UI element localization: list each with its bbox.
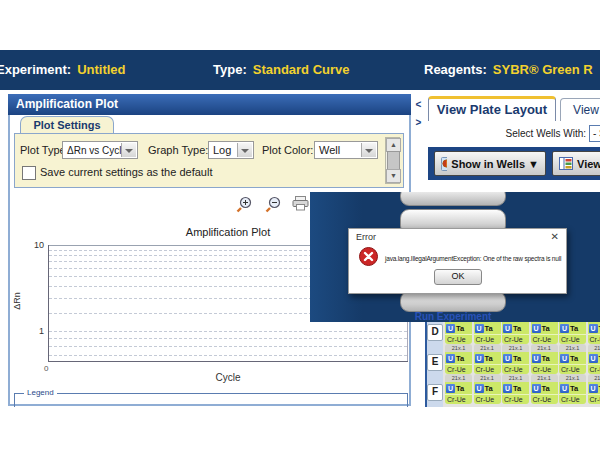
unknown-task-icon: U (503, 384, 512, 393)
unknown-task-icon: U (446, 324, 455, 333)
legend-groupbox (14, 393, 408, 407)
unknown-task-icon: U (560, 384, 569, 393)
zoom-out-icon[interactable] (265, 196, 282, 217)
y-tick-10: 10 (26, 240, 44, 250)
instrument-button[interactable] (400, 291, 506, 312)
well-target-2: Cr-Ue (474, 334, 501, 344)
experiment-info: Experiment:Untitled (0, 62, 126, 77)
tab-view-plate-layout[interactable]: View Plate Layout (428, 96, 556, 121)
well-target-1: Ta (513, 384, 521, 393)
well-target-2: Cr-Ue (588, 394, 600, 404)
y-tick-1: 1 (26, 326, 44, 336)
close-icon[interactable]: ✕ (551, 231, 559, 242)
well-target-1: Ta (485, 384, 493, 393)
plate-toolbar: Show in Wells ▼ View L (428, 147, 600, 180)
plate-well[interactable]: 21x.1UTaCr-Ue (474, 374, 501, 404)
type-info: Type:Standard Curve (213, 62, 350, 77)
well-target-2: Cr-Ue (531, 394, 558, 404)
plate-well[interactable]: 21x.1UTaCr-Ue (559, 344, 586, 374)
well-sample-name: 21x.1 (559, 344, 586, 352)
plate-well[interactable]: 21x.1UTaCr-Ue (474, 344, 501, 374)
type-value: Standard Curve (253, 62, 350, 77)
plate-well[interactable]: 21x.1UTaCr-Ue (559, 374, 586, 404)
well-target-2: Cr-Ue (531, 364, 558, 374)
well-target-1: Ta (485, 354, 493, 363)
error-dialog: Error ✕ java.lang.IllegalArgumentExcepti… (348, 228, 567, 294)
graph-type-dropdown[interactable]: Log (208, 141, 254, 159)
collapse-left-arrow[interactable]: < (413, 98, 424, 112)
reagents-info: Reagents:SYBR® Green R (424, 62, 593, 77)
screenshot-root: Experiment:Untitled Type:Standard Curve … (0, 0, 600, 450)
amplification-panel-title: Amplification Plot (8, 94, 411, 115)
unknown-task-icon: U (589, 384, 598, 393)
scroll-down-icon[interactable]: ▼ (386, 169, 401, 183)
scrollbar-thumb[interactable] (387, 151, 400, 170)
well-target-1: Ta (542, 354, 550, 363)
chevron-down-icon (361, 143, 376, 157)
select-wells-label: Select Wells With: (470, 128, 586, 139)
select-wells-dropdown[interactable]: - S (589, 125, 600, 142)
plot-type-dropdown[interactable]: ΔRn vs Cycle (62, 141, 138, 159)
plot-color-dropdown[interactable]: Well (314, 141, 378, 159)
experiment-label: Experiment: (0, 62, 71, 77)
well-sample-name: 21x.1 (502, 344, 529, 352)
error-dialog-title: Error (356, 232, 376, 242)
error-message: java.lang.IllegalArgumentException: One … (385, 255, 561, 262)
tab-view-next[interactable]: View (560, 98, 600, 121)
print-icon[interactable] (292, 196, 309, 215)
plate-well[interactable]: 21x.1UTaCr-Ue (445, 344, 472, 374)
plate-well[interactable]: 21x.1UTaCr-Ue (502, 344, 529, 374)
well-target-2: Cr-Ue (559, 364, 586, 374)
view-legend-label: View L (577, 158, 600, 170)
plate-well[interactable]: 21x.1UTaCr-Ue (531, 374, 558, 404)
show-in-wells-icon (441, 157, 447, 171)
well-target-2: Cr-Ue (502, 334, 529, 344)
plate-well[interactable]: 21x.1UTaCr-Ue (502, 374, 529, 404)
plate-well[interactable]: 21x.1UTaCr-Ue (531, 344, 558, 374)
x-axis-line (48, 361, 408, 362)
ok-button[interactable]: OK (434, 269, 482, 285)
unknown-task-icon: U (560, 324, 569, 333)
zoom-in-icon[interactable] (236, 196, 253, 217)
plate-well[interactable]: 21x.1UTaCr-Ue (588, 374, 600, 404)
chevron-down-icon (121, 143, 136, 157)
save-default-checkbox[interactable] (22, 166, 36, 180)
well-target-1: Ta (570, 354, 578, 363)
well-target-2: Cr-Ue (445, 334, 472, 344)
settings-scrollbar[interactable]: ▲ ▼ (385, 137, 400, 184)
scroll-up-icon[interactable]: ▲ (386, 138, 401, 152)
plot-type-value: ΔRn vs Cycle (67, 145, 127, 156)
show-in-wells-button[interactable]: Show in Wells ▼ (434, 151, 546, 176)
well-sample-name: 21x.1 (588, 374, 600, 382)
x-axis-label: Cycle (48, 372, 408, 383)
unknown-task-icon: U (589, 324, 598, 333)
well-target-1: Ta (542, 384, 550, 393)
chevron-down-icon (237, 143, 252, 157)
well-target-1: Ta (456, 324, 464, 333)
plate-row-label-E: E (427, 354, 443, 371)
unknown-task-icon: U (446, 354, 455, 363)
view-legend-button[interactable]: View L (552, 151, 600, 176)
well-target-1: Ta (570, 324, 578, 333)
plate-well[interactable]: 21x.1UTaCr-Ue (445, 374, 472, 404)
unknown-task-icon: U (475, 384, 484, 393)
unknown-task-icon: U (532, 384, 541, 393)
unknown-task-icon: U (503, 354, 512, 363)
well-sample-name: 21x.1 (445, 344, 472, 352)
well-sample-name: 21x.1 (445, 374, 472, 382)
well-target-2: Cr-Ue (445, 394, 472, 404)
collapse-right-arrow[interactable]: > (413, 116, 424, 130)
unknown-task-icon: U (589, 354, 598, 363)
instrument-button[interactable] (400, 192, 506, 206)
view-table-icon (559, 157, 573, 170)
well-target-2: Cr-Ue (502, 394, 529, 404)
well-target-2: Cr-Ue (588, 334, 600, 344)
save-default-label: Save current settings as the default (40, 166, 212, 178)
well-sample-name: 21x.1 (531, 344, 558, 352)
reagents-label: Reagents: (424, 62, 487, 77)
run-experiment-label[interactable]: Run Experiment (400, 311, 506, 322)
well-target-1: Ta (456, 354, 464, 363)
well-target-2: Cr-Ue (502, 364, 529, 374)
plate-row-label-F: F (427, 384, 443, 401)
plate-well[interactable]: 21x.1UTaCr-Ue (588, 344, 600, 374)
